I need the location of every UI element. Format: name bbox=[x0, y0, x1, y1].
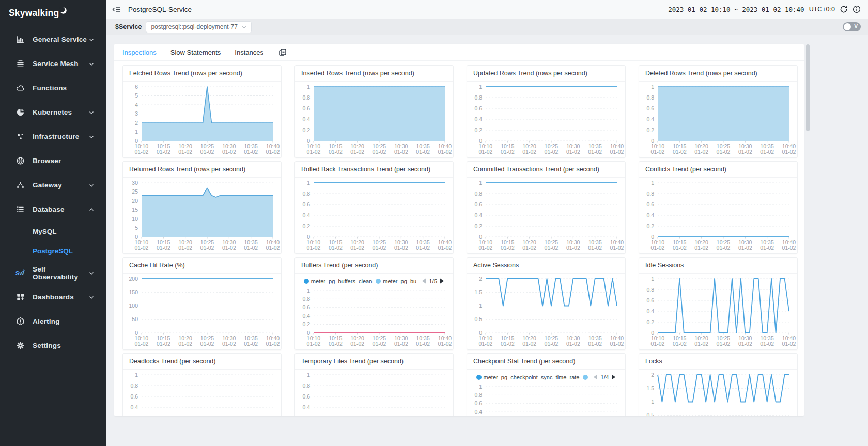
svg-text:01-02: 01-02 bbox=[135, 245, 149, 251]
sidebar-subitem-postgresql[interactable]: PostgreSQL bbox=[0, 241, 106, 261]
tab-inspections[interactable]: Inspections bbox=[122, 49, 157, 56]
chevron-down-icon bbox=[88, 61, 95, 67]
sidebar-item-label: Functions bbox=[33, 84, 67, 92]
svg-text:01-02: 01-02 bbox=[694, 245, 708, 251]
sidebar-item-self-observability[interactable]: SwSelf Observability bbox=[0, 261, 106, 285]
legend-prev-icon[interactable] bbox=[422, 278, 426, 284]
legend-item[interactable]: meter_pg_buffers_clean bbox=[304, 278, 372, 284]
svg-text:01-02: 01-02 bbox=[135, 341, 149, 347]
legend-page-indicator: 1/4 bbox=[600, 374, 609, 380]
chart-body: 10.80.60.40.2010:1001-0210:1501-0210:200… bbox=[639, 178, 797, 254]
svg-text:1: 1 bbox=[479, 84, 482, 90]
chart-title: Conflicts Trend (per second) bbox=[639, 162, 797, 178]
chart-legend: meter_pg_checkpoint_sync_time_rate1/4 bbox=[467, 370, 625, 384]
svg-text:01-02: 01-02 bbox=[479, 341, 493, 347]
sidebar-item-settings[interactable]: Settings bbox=[0, 333, 106, 358]
svg-text:01-02: 01-02 bbox=[588, 341, 602, 347]
chevron-up-icon bbox=[88, 206, 95, 213]
legend-label: meter_pg_buffers_clean bbox=[311, 278, 372, 284]
legend-next-icon[interactable] bbox=[440, 278, 444, 284]
chevron-down-icon bbox=[88, 109, 95, 116]
svg-text:01-02: 01-02 bbox=[350, 245, 364, 251]
svg-text:0.4: 0.4 bbox=[474, 409, 482, 415]
legend-prev-icon[interactable] bbox=[593, 374, 598, 380]
legend-item[interactable]: meter_pg_bu bbox=[376, 278, 416, 284]
svg-text:1: 1 bbox=[651, 276, 654, 282]
scrollbar-thumb[interactable] bbox=[806, 44, 810, 131]
svg-text:0.4: 0.4 bbox=[474, 116, 482, 122]
chart-title: Rolled Back Transactions Trend (per seco… bbox=[295, 162, 453, 178]
chart-canvas: 10.80.60.40.2010:1001-0210:1501-0210:200… bbox=[295, 178, 453, 254]
sidebar-item-alerting[interactable]: Alerting bbox=[0, 309, 106, 333]
sidebar-item-functions[interactable]: Functions bbox=[0, 76, 106, 100]
info-icon[interactable] bbox=[853, 5, 861, 13]
svg-text:0.6: 0.6 bbox=[130, 393, 138, 400]
chart-card: Returned Rows Trend (rows per second)302… bbox=[122, 161, 282, 254]
chart-title: Deadlocks Trend (per second) bbox=[123, 354, 281, 370]
time-range[interactable]: 2023-01-02 10:10 ~ 2023-01-02 10:40 bbox=[668, 6, 804, 13]
svg-text:01-02: 01-02 bbox=[651, 341, 665, 347]
svg-text:01-02: 01-02 bbox=[501, 245, 515, 251]
svg-text:0.4: 0.4 bbox=[302, 212, 310, 218]
svg-text:01-02: 01-02 bbox=[717, 149, 731, 155]
skywalking-logo[interactable]: Skywalking bbox=[0, 0, 106, 23]
svg-text:0.6: 0.6 bbox=[474, 105, 482, 112]
svg-text:01-02: 01-02 bbox=[244, 149, 258, 155]
legend-next-icon[interactable] bbox=[611, 374, 616, 380]
sidebar-item-database[interactable]: Database bbox=[0, 197, 106, 221]
svg-text:01-02: 01-02 bbox=[329, 149, 343, 155]
svg-text:01-02: 01-02 bbox=[717, 245, 731, 251]
chart-card: Locks21.510.5010:1001-0210:1501-0210:200… bbox=[639, 353, 798, 416]
copy-tabs-icon[interactable] bbox=[278, 48, 287, 56]
chart-canvas: 10.80.60.40.2010:1001-0210:1501-0210:200… bbox=[467, 384, 625, 416]
service-select-value: postgresql::psql-deployment-77 bbox=[151, 23, 237, 30]
legend-item[interactable]: meter_pg_checkpoint_sync_time_rate bbox=[476, 374, 580, 380]
alerting-icon bbox=[16, 317, 25, 326]
tab-instances[interactable]: Instances bbox=[235, 49, 264, 56]
svg-text:01-02: 01-02 bbox=[373, 149, 386, 155]
svg-text:01-02: 01-02 bbox=[566, 245, 580, 251]
sidebar-item-browser[interactable]: Browser bbox=[0, 149, 106, 173]
sidebar-item-kubernetes[interactable]: Kubernetes bbox=[0, 100, 106, 124]
chart-body: 10.80.60.40.2010:1001-0210:1501-0210:200… bbox=[639, 82, 797, 158]
page-title: PostgreSQL-Service bbox=[128, 6, 192, 13]
sidebar-item-general-service[interactable]: General Service bbox=[0, 27, 106, 52]
tab-slow-statements[interactable]: Slow Statements bbox=[171, 49, 221, 56]
svg-text:01-02: 01-02 bbox=[266, 149, 280, 155]
sidebar-item-dashboards[interactable]: Dashboards bbox=[0, 285, 106, 309]
chart-title: Cache Hit Rate (%) bbox=[123, 258, 281, 274]
svg-text:1: 1 bbox=[135, 129, 138, 135]
sidebar-item-service-mesh[interactable]: Service Mesh bbox=[0, 52, 106, 76]
svg-text:01-02: 01-02 bbox=[651, 245, 665, 251]
svg-text:1: 1 bbox=[307, 372, 310, 378]
chart-title: Deleted Rows Trend (rows per second) bbox=[639, 66, 797, 82]
chart-body: 10.80.60.40.2010:1001-0210:1501-0210:200… bbox=[295, 370, 453, 416]
chart-canvas: 30252015105010:1001-0210:1501-0210:2001-… bbox=[123, 178, 281, 254]
sidebar-item-gateway[interactable]: Gateway bbox=[0, 173, 106, 197]
svg-text:01-02: 01-02 bbox=[350, 149, 364, 155]
sidebar-item-infrastructure[interactable]: Infrastructure bbox=[0, 124, 106, 149]
svg-text:01-02: 01-02 bbox=[394, 149, 408, 155]
svg-text:0.4: 0.4 bbox=[646, 308, 654, 314]
view-toggle[interactable]: V bbox=[843, 22, 861, 31]
svg-text:0.8: 0.8 bbox=[130, 383, 138, 389]
collapse-sidebar-icon[interactable] bbox=[110, 3, 123, 16]
sidebar-subitem-mysql[interactable]: MySQL bbox=[0, 221, 106, 241]
svg-text:1: 1 bbox=[651, 180, 654, 186]
chart-card: Cache Hit Rate (%)20015010050010:1001-02… bbox=[122, 257, 282, 350]
legend-label: meter_pg_checkpoint_sync_time_rate bbox=[484, 374, 580, 380]
service-select[interactable]: postgresql::psql-deployment-77 bbox=[146, 21, 251, 33]
svg-text:0.2: 0.2 bbox=[302, 223, 310, 229]
settings-icon bbox=[16, 341, 25, 351]
svg-text:01-02: 01-02 bbox=[222, 149, 236, 155]
refresh-icon[interactable] bbox=[840, 5, 848, 13]
chart-title: Inserted Rows Trend (rows per second) bbox=[295, 66, 453, 82]
infrastructure-icon bbox=[16, 132, 25, 141]
chart-canvas: 10.80.60.40.2010:1001-0210:1501-0210:200… bbox=[295, 370, 453, 416]
chart-card: Checkpoint Stat Trend (per second)meter_… bbox=[467, 353, 626, 416]
legend-pager: 1/4 bbox=[593, 374, 616, 380]
sidebar-item-label: Settings bbox=[33, 342, 61, 349]
legend-item[interactable] bbox=[583, 375, 588, 380]
svg-text:01-02: 01-02 bbox=[522, 149, 536, 155]
svg-text:25: 25 bbox=[132, 188, 138, 195]
